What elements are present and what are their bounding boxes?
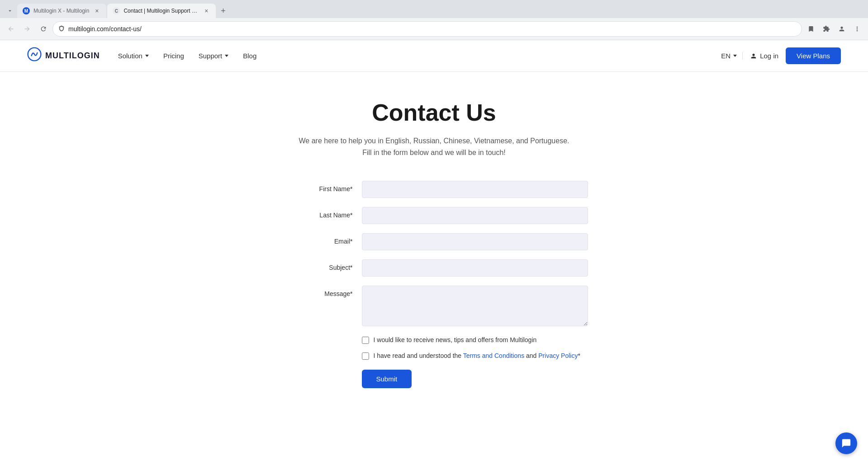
reload-button[interactable] <box>36 22 51 36</box>
last-name-row: Last Name* <box>280 207 588 224</box>
tab-close-2[interactable]: × <box>202 7 210 15</box>
bookmark-button[interactable] <box>804 22 818 36</box>
submit-row: Submit <box>280 370 588 388</box>
tab-close-1[interactable]: × <box>93 7 101 15</box>
tab-title-1: Multilogin X - Multilogin <box>33 8 89 14</box>
subject-row: Subject* <box>280 259 588 277</box>
first-name-input[interactable] <box>362 181 588 198</box>
nav-links: Solution Pricing Support Blog <box>118 52 721 60</box>
first-name-label: First Name* <box>280 181 353 193</box>
message-textarea[interactable] <box>362 286 588 326</box>
menu-button[interactable] <box>850 22 864 36</box>
solution-chevron-icon <box>145 55 149 57</box>
view-plans-button[interactable]: View Plans <box>786 47 841 64</box>
tab-favicon-1: M <box>23 7 30 14</box>
submit-button[interactable]: Submit <box>362 370 412 388</box>
terms-checkbox[interactable] <box>362 352 369 360</box>
last-name-input[interactable] <box>362 207 588 224</box>
first-name-row: First Name* <box>280 181 588 198</box>
newsletter-checkbox-label: I would like to receive news, tips and o… <box>374 335 537 345</box>
site-nav: MULTILOGIN Solution Pricing Support Blog… <box>0 40 868 72</box>
forward-button[interactable] <box>20 22 34 36</box>
newsletter-checkbox[interactable] <box>362 337 369 344</box>
login-link[interactable]: Log in <box>750 52 778 60</box>
tab-favicon-2: C <box>113 7 120 14</box>
email-input[interactable] <box>362 233 588 250</box>
page-title: Contact Us <box>226 99 642 126</box>
newsletter-checkbox-row: I would like to receive news, tips and o… <box>280 335 588 345</box>
back-button[interactable] <box>4 22 18 36</box>
address-text: multilogin.com/contact-us/ <box>68 25 796 33</box>
lang-chevron-icon <box>733 55 737 57</box>
terms-link[interactable]: Terms and Conditions <box>463 352 524 359</box>
terms-checkbox-row: I have read and understood the Terms and… <box>280 351 588 361</box>
user-icon <box>750 52 757 60</box>
email-row: Email* <box>280 233 588 250</box>
tab-title-2: Contact | Multilogin Support C... <box>123 8 199 14</box>
last-name-label: Last Name* <box>280 207 353 219</box>
address-bar[interactable]: multilogin.com/contact-us/ <box>52 21 802 37</box>
message-label: Message* <box>280 286 353 297</box>
terms-checkbox-label: I have read and understood the Terms and… <box>374 351 580 361</box>
support-chevron-icon <box>225 55 228 57</box>
language-selector[interactable]: EN <box>721 52 743 60</box>
website-content: MULTILOGIN Solution Pricing Support Blog… <box>0 40 868 465</box>
subject-input[interactable] <box>362 259 588 277</box>
tab-group-button[interactable] <box>4 5 16 17</box>
browser-tab-2[interactable]: C Contact | Multilogin Support C... × <box>107 4 216 18</box>
browser-tab-1[interactable]: M Multilogin X - Multilogin × <box>17 4 106 18</box>
email-label: Email* <box>280 233 353 245</box>
main-content: Contact Us We are here to help you in En… <box>217 72 651 424</box>
chat-icon <box>841 438 851 448</box>
nav-solution[interactable]: Solution <box>118 52 149 60</box>
privacy-link[interactable]: Privacy Policy <box>538 352 578 359</box>
page-subtitle: We are here to help you in English, Russ… <box>226 135 642 158</box>
nav-right: EN Log in View Plans <box>721 47 841 64</box>
subject-label: Subject* <box>280 259 353 271</box>
nav-pricing[interactable]: Pricing <box>163 52 184 60</box>
message-row: Message* <box>280 286 588 326</box>
contact-form: First Name* Last Name* Email* Subject* M… <box>280 181 588 388</box>
nav-blog[interactable]: Blog <box>243 52 256 60</box>
logo-icon <box>27 47 42 65</box>
logo-text: MULTILOGIN <box>45 51 100 61</box>
logo-link[interactable]: MULTILOGIN <box>27 47 100 65</box>
security-icon <box>58 25 65 33</box>
chat-widget[interactable] <box>835 432 857 454</box>
profile-button[interactable] <box>835 22 849 36</box>
new-tab-button[interactable]: + <box>217 5 229 17</box>
nav-support[interactable]: Support <box>199 52 229 60</box>
extensions-button[interactable] <box>819 22 834 36</box>
